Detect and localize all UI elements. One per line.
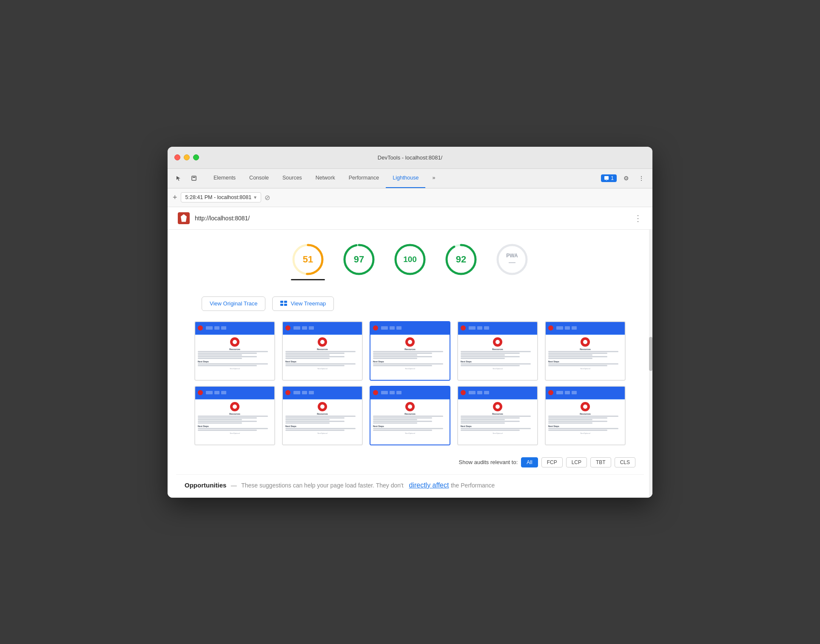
opportunities-description-end: the Performance xyxy=(451,482,495,489)
score-circle-best-practices: 100 xyxy=(393,242,427,276)
report-container: 51 97 xyxy=(168,230,652,498)
maximize-button[interactable] xyxy=(193,154,199,160)
scores-row: 51 97 xyxy=(176,238,644,285)
screenshot-thumb-3: Resources Next Steps NextOptional xyxy=(370,321,450,381)
screenshots-grid: Resources Next Steps NextOptional xyxy=(176,321,644,445)
screenshot-thumb-5: Resources Next Steps NextOptional xyxy=(545,321,626,381)
screenshot-thumb-2: Resources Next Steps NextOptional xyxy=(282,321,363,381)
svg-rect-12 xyxy=(280,301,283,303)
pwa-score-container: PWA — xyxy=(506,253,518,266)
title-bar: DevTools - localhost:8081/ xyxy=(168,147,652,169)
tab-lighthouse[interactable]: Lighthouse xyxy=(386,168,425,188)
best-practices-score-value: 100 xyxy=(403,255,417,264)
seo-score-value: 92 xyxy=(456,254,466,265)
screenshot-thumb-9: Resources Next Steps NextOptional xyxy=(457,386,538,445)
report-url: http://localhost:8081/ xyxy=(195,215,629,222)
dropdown-arrow-icon[interactable]: ▾ xyxy=(254,194,256,200)
screenshot-thumb-10: Resources Next Steps NextOptional xyxy=(545,386,626,445)
inspect-element-icon[interactable] xyxy=(188,172,200,184)
more-options-icon[interactable]: ⋮ xyxy=(635,172,647,184)
cursor-icon[interactable] xyxy=(173,172,185,184)
screenshots-row-2: Resources Next Steps NextOptional xyxy=(185,386,635,445)
screenshot-logo-icon-1 xyxy=(198,325,203,331)
score-seo: 92 xyxy=(444,242,478,280)
close-button[interactable] xyxy=(174,154,180,160)
opportunities-title: Opportunities xyxy=(185,482,226,489)
score-accessibility: 97 xyxy=(342,242,376,280)
screenshot-thumb-4: Resources Next Steps NextOptional xyxy=(457,321,538,381)
filter-cls-button[interactable]: CLS xyxy=(615,457,635,467)
lighthouse-logo-icon xyxy=(178,212,190,224)
score-best-practices: 100 xyxy=(393,242,427,280)
svg-rect-15 xyxy=(284,304,287,306)
toolbar-tabs: Elements Console Sources Network Perform… xyxy=(207,168,598,188)
url-bar: + 5:28:41 PM - localhost:8081 ▾ ⊘ xyxy=(168,188,652,207)
view-original-trace-button[interactable]: View Original Trace xyxy=(202,296,265,311)
score-circle-performance: 51 xyxy=(291,242,325,276)
tab-sources[interactable]: Sources xyxy=(276,168,309,188)
toolbar-right: 1 ⚙ ⋮ xyxy=(601,172,647,184)
tab-more[interactable]: » xyxy=(425,168,442,188)
notification-badge[interactable]: 1 xyxy=(601,174,617,182)
pwa-dash-icon: — xyxy=(506,259,518,266)
toolbar-left-icons xyxy=(173,172,200,184)
opportunities-dash: — xyxy=(231,482,237,489)
opportunities-description: These suggestions can help your page loa… xyxy=(241,482,403,489)
add-tab-button[interactable]: + xyxy=(173,193,177,202)
score-circle-pwa: PWA — xyxy=(495,242,529,276)
traffic-lights xyxy=(174,154,199,160)
tab-performance[interactable]: Performance xyxy=(342,168,386,188)
screenshots-row-1: Resources Next Steps NextOptional xyxy=(185,321,635,381)
tab-network[interactable]: Network xyxy=(309,168,342,188)
screenshot-thumb-1: Resources Next Steps NextOptional xyxy=(194,321,275,381)
svg-rect-14 xyxy=(280,304,283,306)
minimize-button[interactable] xyxy=(184,154,190,160)
opportunities-link[interactable]: directly affect xyxy=(409,482,449,489)
svg-rect-2 xyxy=(604,176,609,180)
url-timestamp: 5:28:41 PM - localhost:8081 xyxy=(185,194,252,200)
performance-score-value: 51 xyxy=(303,254,313,265)
report-header: http://localhost:8081/ ⋮ xyxy=(168,207,652,230)
filter-fcp-button[interactable]: FCP xyxy=(541,457,563,467)
accessibility-score-value: 97 xyxy=(354,254,364,265)
tab-elements[interactable]: Elements xyxy=(207,168,242,188)
active-score-indicator xyxy=(291,279,325,280)
action-buttons: View Original Trace View Treemap xyxy=(176,296,644,311)
audit-filters-label: Show audits relevant to: xyxy=(459,459,518,465)
svg-rect-13 xyxy=(284,301,287,303)
view-treemap-button[interactable]: View Treemap xyxy=(272,296,334,311)
score-performance: 51 xyxy=(291,242,325,280)
scrollbar-thumb[interactable] xyxy=(649,337,652,371)
filter-tbt-button[interactable]: TBT xyxy=(590,457,611,467)
svg-rect-1 xyxy=(193,177,195,178)
score-circle-accessibility: 97 xyxy=(342,242,376,276)
audit-filters: Show audits relevant to: All FCP LCP TBT… xyxy=(176,457,644,467)
window-title: DevTools - localhost:8081/ xyxy=(378,154,442,161)
filter-lcp-button[interactable]: LCP xyxy=(566,457,587,467)
pwa-label: PWA xyxy=(506,253,518,259)
score-circle-seo: 92 xyxy=(444,242,478,276)
screenshot-thumb-8: Resources Next Steps NextOptional xyxy=(370,386,450,445)
report-more-button[interactable]: ⋮ xyxy=(634,213,642,223)
no-entry-icon: ⊘ xyxy=(265,194,270,202)
devtools-window: DevTools - localhost:8081/ Elements Cons… xyxy=(168,147,652,498)
screenshot-thumb-7: Resources Next Steps NextOptional xyxy=(282,386,363,445)
svg-rect-0 xyxy=(192,176,196,180)
url-input-container: 5:28:41 PM - localhost:8081 ▾ xyxy=(181,192,262,202)
treemap-icon xyxy=(280,300,287,307)
opportunities-section: Opportunities — These suggestions can he… xyxy=(176,474,644,489)
main-content: 51 97 xyxy=(168,230,652,498)
scrollbar-track xyxy=(649,230,652,498)
filter-all-button[interactable]: All xyxy=(521,457,538,467)
screenshot-thumb-6: Resources Next Steps NextOptional xyxy=(194,386,275,445)
tab-console[interactable]: Console xyxy=(242,168,276,188)
score-pwa: PWA — xyxy=(495,242,529,280)
devtools-toolbar: Elements Console Sources Network Perform… xyxy=(168,169,652,188)
settings-icon[interactable]: ⚙ xyxy=(620,172,632,184)
